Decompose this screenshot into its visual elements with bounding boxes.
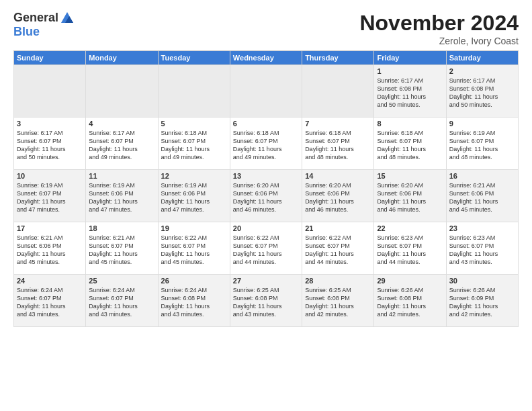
day-number: 17 — [17, 224, 83, 232]
day-info: Sunrise: 6:19 AM Sunset: 6:07 PM Dayligh… — [17, 181, 83, 214]
col-thursday: Thursday — [302, 51, 374, 65]
day-number: 25 — [89, 277, 154, 285]
day-info: Sunrise: 6:21 AM Sunset: 6:07 PM Dayligh… — [89, 234, 154, 267]
calendar-cell: 15Sunrise: 6:20 AM Sunset: 6:06 PM Dayli… — [374, 170, 446, 222]
logo-icon — [60, 11, 75, 26]
day-number: 11 — [89, 172, 154, 180]
calendar-cell — [302, 65, 374, 118]
day-info: Sunrise: 6:20 AM Sunset: 6:06 PM Dayligh… — [233, 181, 299, 214]
day-info: Sunrise: 6:25 AM Sunset: 6:08 PM Dayligh… — [233, 286, 299, 319]
calendar-cell: 8Sunrise: 6:18 AM Sunset: 6:07 PM Daylig… — [374, 118, 446, 170]
calendar-cell: 30Sunrise: 6:26 AM Sunset: 6:09 PM Dayli… — [446, 275, 518, 327]
day-number: 14 — [305, 172, 371, 180]
logo-blue-text: Blue — [13, 26, 40, 39]
day-info: Sunrise: 6:26 AM Sunset: 6:09 PM Dayligh… — [449, 286, 515, 319]
day-info: Sunrise: 6:23 AM Sunset: 6:07 PM Dayligh… — [377, 234, 443, 267]
col-monday: Monday — [86, 51, 158, 65]
logo-general-text: General — [13, 11, 58, 25]
calendar-cell: 4Sunrise: 6:17 AM Sunset: 6:07 PM Daylig… — [86, 118, 158, 170]
day-number: 10 — [17, 172, 83, 180]
calendar-cell — [14, 65, 86, 118]
day-info: Sunrise: 6:17 AM Sunset: 6:07 PM Dayligh… — [89, 129, 154, 162]
day-number: 7 — [305, 120, 371, 128]
col-saturday: Saturday — [446, 51, 518, 65]
day-number: 26 — [161, 277, 227, 285]
day-number: 12 — [161, 172, 227, 180]
day-info: Sunrise: 6:20 AM Sunset: 6:06 PM Dayligh… — [305, 181, 371, 214]
calendar-cell: 25Sunrise: 6:24 AM Sunset: 6:07 PM Dayli… — [86, 275, 158, 327]
day-number: 6 — [233, 120, 299, 128]
day-number: 29 — [377, 277, 443, 285]
calendar-week-row-1: 1Sunrise: 6:17 AM Sunset: 6:08 PM Daylig… — [14, 65, 519, 118]
calendar-cell: 18Sunrise: 6:21 AM Sunset: 6:07 PM Dayli… — [86, 222, 158, 275]
calendar-cell: 20Sunrise: 6:22 AM Sunset: 6:07 PM Dayli… — [230, 222, 302, 275]
day-info: Sunrise: 6:18 AM Sunset: 6:07 PM Dayligh… — [377, 129, 443, 162]
day-number: 20 — [233, 224, 299, 232]
day-info: Sunrise: 6:17 AM Sunset: 6:08 PM Dayligh… — [449, 77, 515, 109]
col-wednesday: Wednesday — [230, 51, 302, 65]
calendar-cell: 13Sunrise: 6:20 AM Sunset: 6:06 PM Dayli… — [230, 170, 302, 222]
calendar-cell: 6Sunrise: 6:18 AM Sunset: 6:07 PM Daylig… — [230, 118, 302, 170]
day-number: 22 — [377, 224, 443, 232]
calendar-table: Sunday Monday Tuesday Wednesday Thursday… — [13, 50, 519, 327]
day-info: Sunrise: 6:22 AM Sunset: 6:07 PM Dayligh… — [161, 234, 227, 267]
day-info: Sunrise: 6:24 AM Sunset: 6:07 PM Dayligh… — [89, 286, 154, 319]
day-info: Sunrise: 6:20 AM Sunset: 6:06 PM Dayligh… — [377, 181, 443, 214]
day-info: Sunrise: 6:22 AM Sunset: 6:07 PM Dayligh… — [305, 234, 371, 267]
month-title: November 2024 — [359, 11, 519, 36]
header: General Blue November 2024 Zerole, Ivory… — [13, 11, 519, 46]
day-info: Sunrise: 6:24 AM Sunset: 6:07 PM Dayligh… — [17, 286, 83, 319]
day-number: 28 — [305, 277, 371, 285]
day-number: 27 — [233, 277, 299, 285]
calendar-cell: 19Sunrise: 6:22 AM Sunset: 6:07 PM Dayli… — [158, 222, 230, 275]
day-number: 23 — [449, 224, 515, 232]
calendar-cell: 9Sunrise: 6:19 AM Sunset: 6:07 PM Daylig… — [446, 118, 518, 170]
day-info: Sunrise: 6:21 AM Sunset: 6:06 PM Dayligh… — [449, 181, 515, 214]
calendar-cell: 17Sunrise: 6:21 AM Sunset: 6:06 PM Dayli… — [14, 222, 86, 275]
title-block: November 2024 Zerole, Ivory Coast — [359, 11, 519, 46]
calendar-cell — [86, 65, 158, 118]
col-friday: Friday — [374, 51, 446, 65]
calendar-week-row-3: 10Sunrise: 6:19 AM Sunset: 6:07 PM Dayli… — [14, 170, 519, 222]
day-info: Sunrise: 6:21 AM Sunset: 6:06 PM Dayligh… — [17, 234, 83, 267]
day-number: 19 — [161, 224, 227, 232]
calendar-cell: 3Sunrise: 6:17 AM Sunset: 6:07 PM Daylig… — [14, 118, 86, 170]
day-info: Sunrise: 6:18 AM Sunset: 6:07 PM Dayligh… — [161, 129, 227, 162]
calendar-cell: 10Sunrise: 6:19 AM Sunset: 6:07 PM Dayli… — [14, 170, 86, 222]
calendar-week-row-4: 17Sunrise: 6:21 AM Sunset: 6:06 PM Dayli… — [14, 222, 519, 275]
calendar-cell: 26Sunrise: 6:24 AM Sunset: 6:08 PM Dayli… — [158, 275, 230, 327]
day-number: 21 — [305, 224, 371, 232]
day-number: 18 — [89, 224, 154, 232]
day-info: Sunrise: 6:22 AM Sunset: 6:07 PM Dayligh… — [233, 234, 299, 267]
calendar-cell: 5Sunrise: 6:18 AM Sunset: 6:07 PM Daylig… — [158, 118, 230, 170]
calendar-cell: 2Sunrise: 6:17 AM Sunset: 6:08 PM Daylig… — [446, 65, 518, 118]
calendar-week-row-2: 3Sunrise: 6:17 AM Sunset: 6:07 PM Daylig… — [14, 118, 519, 170]
day-number: 8 — [377, 120, 443, 128]
day-info: Sunrise: 6:26 AM Sunset: 6:08 PM Dayligh… — [377, 286, 443, 319]
day-number: 13 — [233, 172, 299, 180]
calendar-cell: 27Sunrise: 6:25 AM Sunset: 6:08 PM Dayli… — [230, 275, 302, 327]
day-info: Sunrise: 6:24 AM Sunset: 6:08 PM Dayligh… — [161, 286, 227, 319]
location: Zerole, Ivory Coast — [359, 36, 519, 46]
calendar-cell — [158, 65, 230, 118]
day-info: Sunrise: 6:18 AM Sunset: 6:07 PM Dayligh… — [305, 129, 371, 162]
day-number: 1 — [377, 67, 443, 75]
calendar-cell: 21Sunrise: 6:22 AM Sunset: 6:07 PM Dayli… — [302, 222, 374, 275]
day-number: 4 — [89, 120, 154, 128]
day-info: Sunrise: 6:25 AM Sunset: 6:08 PM Dayligh… — [305, 286, 371, 319]
calendar-cell: 14Sunrise: 6:20 AM Sunset: 6:06 PM Dayli… — [302, 170, 374, 222]
day-number: 24 — [17, 277, 83, 285]
calendar-cell: 7Sunrise: 6:18 AM Sunset: 6:07 PM Daylig… — [302, 118, 374, 170]
day-number: 3 — [17, 120, 83, 128]
calendar-cell: 12Sunrise: 6:19 AM Sunset: 6:06 PM Dayli… — [158, 170, 230, 222]
day-number: 5 — [161, 120, 227, 128]
day-info: Sunrise: 6:17 AM Sunset: 6:08 PM Dayligh… — [377, 77, 443, 109]
calendar-cell: 29Sunrise: 6:26 AM Sunset: 6:08 PM Dayli… — [374, 275, 446, 327]
calendar-cell: 22Sunrise: 6:23 AM Sunset: 6:07 PM Dayli… — [374, 222, 446, 275]
calendar-cell: 11Sunrise: 6:19 AM Sunset: 6:06 PM Dayli… — [86, 170, 158, 222]
day-info: Sunrise: 6:17 AM Sunset: 6:07 PM Dayligh… — [17, 129, 83, 162]
day-number: 16 — [449, 172, 515, 180]
day-number: 2 — [449, 67, 515, 75]
calendar-cell: 28Sunrise: 6:25 AM Sunset: 6:08 PM Dayli… — [302, 275, 374, 327]
day-info: Sunrise: 6:19 AM Sunset: 6:06 PM Dayligh… — [89, 181, 154, 214]
